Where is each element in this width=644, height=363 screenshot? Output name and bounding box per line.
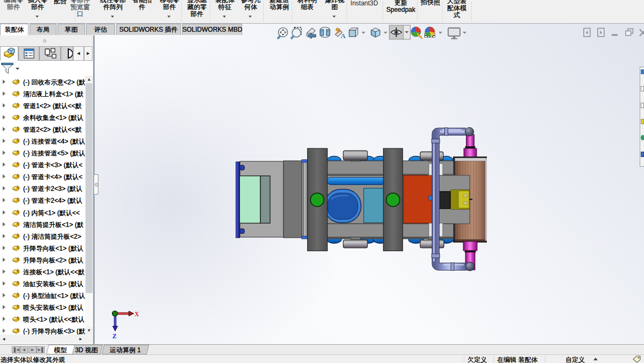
- svg-text:A: A: [341, 32, 346, 40]
- svg-text:X: X: [135, 311, 139, 317]
- svg-text:Z: Z: [112, 333, 117, 339]
